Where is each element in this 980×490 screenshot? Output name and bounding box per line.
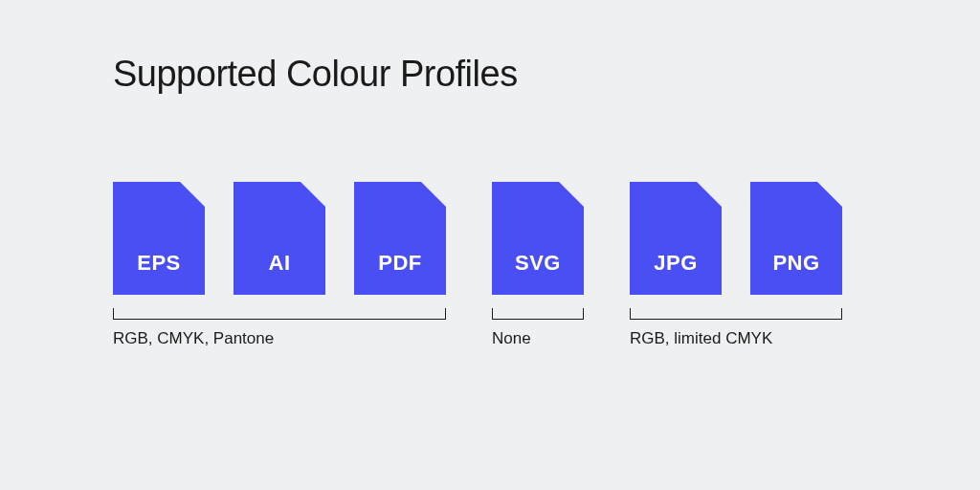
group-caption: RGB, limited CMYK — [630, 329, 842, 348]
file-type-row: EPS AI PDF RGB, CMYK, Pantone SVG — [113, 182, 842, 348]
group-caption: None — [492, 329, 584, 348]
group-svg: SVG None — [492, 182, 584, 348]
group-bracket — [113, 308, 446, 320]
group-gap — [584, 182, 630, 348]
file-label: SVG — [492, 251, 584, 276]
page-fold-icon — [817, 182, 842, 207]
file-label: AI — [234, 251, 325, 276]
group-0-icons: EPS AI PDF — [113, 182, 446, 295]
file-icon-pdf: PDF — [354, 182, 446, 295]
page-fold-icon — [559, 182, 584, 207]
diagram-title: Supported Colour Profiles — [113, 54, 518, 95]
page-fold-icon — [301, 182, 325, 207]
group-2-icons: JPG PNG — [630, 182, 842, 295]
file-icon-png: PNG — [750, 182, 842, 295]
file-icon-eps: EPS — [113, 182, 205, 295]
file-label: PNG — [750, 251, 842, 276]
group-gap — [446, 182, 492, 348]
page-fold-icon — [697, 182, 722, 207]
diagram-canvas: Supported Colour Profiles EPS AI PDF RGB… — [0, 0, 980, 490]
file-label: EPS — [113, 251, 205, 276]
file-icon-ai: AI — [234, 182, 325, 295]
file-icon-svg: SVG — [492, 182, 584, 295]
file-label: JPG — [630, 251, 722, 276]
page-fold-icon — [180, 182, 205, 207]
group-bracket — [492, 308, 584, 320]
group-caption: RGB, CMYK, Pantone — [113, 329, 446, 348]
page-fold-icon — [421, 182, 446, 207]
group-1-icons: SVG — [492, 182, 584, 295]
file-label: PDF — [354, 251, 446, 276]
file-icon-jpg: JPG — [630, 182, 722, 295]
group-print-formats: EPS AI PDF RGB, CMYK, Pantone — [113, 182, 446, 348]
group-raster-formats: JPG PNG RGB, limited CMYK — [630, 182, 842, 348]
group-bracket — [630, 308, 842, 320]
